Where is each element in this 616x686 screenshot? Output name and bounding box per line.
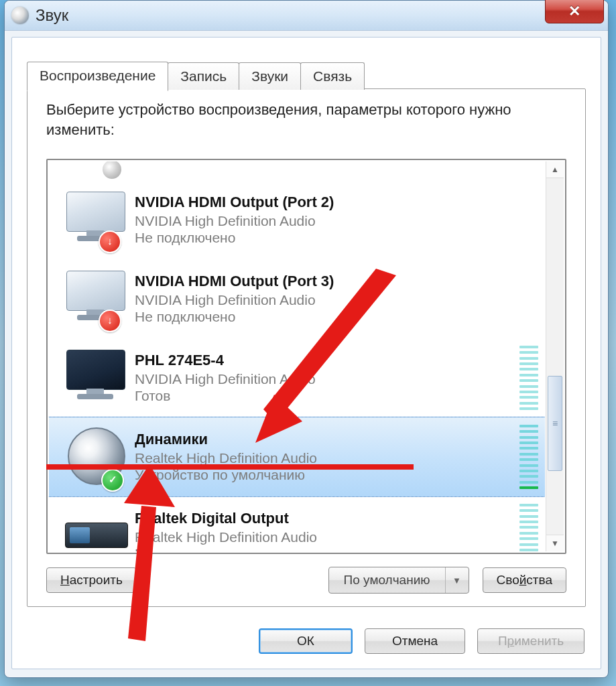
tab-communications[interactable]: Связь <box>300 62 365 90</box>
tab-sounds[interactable]: Звуки <box>239 62 301 90</box>
svg-marker-3 <box>124 464 175 507</box>
scroll-down-button[interactable]: ▼ <box>546 535 564 551</box>
unplugged-icon <box>99 310 121 332</box>
ok-button[interactable]: ОК <box>259 628 353 654</box>
device-name: NVIDIA HDMI Output (Port 2) <box>135 194 545 211</box>
dialog-buttons: ОК Отмена Применить <box>259 628 584 654</box>
scrollbar[interactable]: ▲ ▼ <box>546 161 564 551</box>
svg-marker-1 <box>255 395 302 443</box>
client-area: Воспроизведение Запись Звуки Связь Выбер… <box>11 37 601 669</box>
monitor-icon <box>66 192 125 232</box>
sound-dialog: Звук ✕ Воспроизведение Запись Звуки Связ… <box>4 0 609 678</box>
tab-panel: Выберите устройство воспроизведения, пар… <box>27 88 586 607</box>
chevron-down-icon[interactable]: ▼ <box>446 567 469 593</box>
list-item[interactable] <box>49 161 545 180</box>
monitor-icon <box>66 271 125 311</box>
level-meter <box>519 423 538 491</box>
window-title: Звук <box>36 6 68 25</box>
unplugged-icon <box>99 230 121 253</box>
speaker-icon <box>103 161 121 179</box>
sound-icon <box>11 7 29 24</box>
tab-playback[interactable]: Воспроизведение <box>27 62 168 91</box>
tab-recording[interactable]: Запись <box>168 62 239 90</box>
cancel-button[interactable]: Отмена <box>365 628 465 654</box>
titlebar[interactable]: Звук ✕ <box>5 1 608 31</box>
level-meter <box>519 502 538 551</box>
svg-marker-0 <box>263 269 396 423</box>
list-item[interactable]: NVIDIA HDMI Output (Port 2) NVIDIA High … <box>49 180 545 259</box>
device-driver: NVIDIA High Definition Audio <box>135 212 545 229</box>
monitor-icon <box>66 350 125 390</box>
set-default-button[interactable]: По умолчанию ▼ <box>328 567 469 594</box>
svg-marker-2 <box>128 506 156 641</box>
scroll-up-button[interactable]: ▲ <box>546 161 564 178</box>
annotation-arrow-icon <box>255 262 403 443</box>
tab-strip: Воспроизведение Запись Звуки Связь <box>27 60 364 90</box>
device-status: Не подключено <box>135 229 545 246</box>
annotation-arrow-icon <box>108 464 202 652</box>
properties-button[interactable]: Свойства <box>483 567 566 593</box>
apply-button[interactable]: Применить <box>477 628 584 654</box>
instruction-text: Выберите устройство воспроизведения, пар… <box>46 100 566 139</box>
annotation-underline <box>46 464 414 470</box>
level-meter <box>519 344 538 412</box>
close-button[interactable]: ✕ <box>545 0 604 23</box>
scroll-thumb[interactable] <box>548 376 562 471</box>
